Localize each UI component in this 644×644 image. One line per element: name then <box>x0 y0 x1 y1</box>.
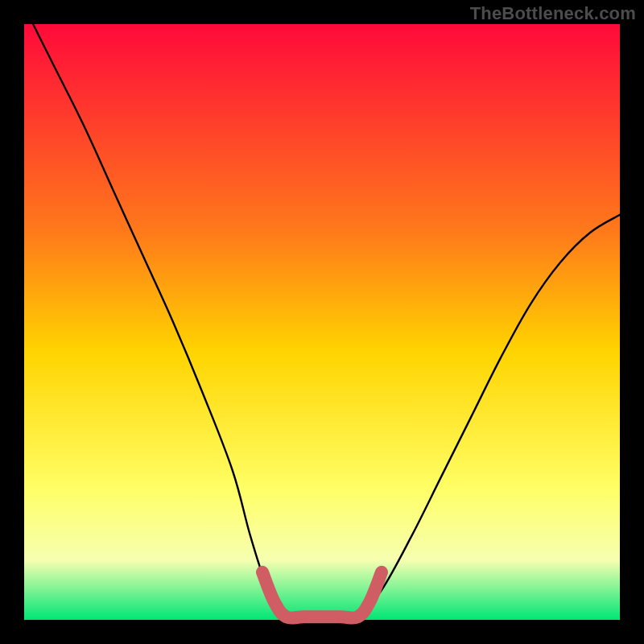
bottleneck-chart <box>0 0 644 644</box>
chart-stage: TheBottleneck.com <box>0 0 644 644</box>
gradient-background <box>24 24 620 620</box>
watermark-text: TheBottleneck.com <box>470 3 636 24</box>
